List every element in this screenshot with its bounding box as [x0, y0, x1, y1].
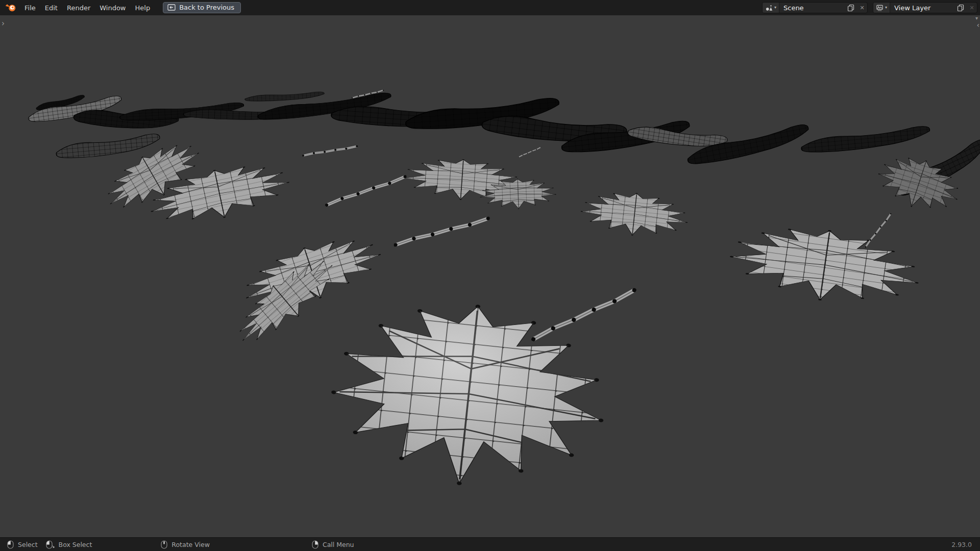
blender-logo-svg — [5, 3, 16, 12]
blender-version: 2.93.0 — [951, 541, 980, 548]
duplicate-icon — [847, 4, 854, 11]
mouse-left-button-icon — [7, 540, 14, 549]
menu-render[interactable]: Render — [62, 2, 95, 14]
menu-window[interactable]: Window — [95, 2, 130, 14]
hint-select: Select — [7, 540, 38, 549]
hint-rotate-view: Rotate View — [161, 540, 210, 549]
view-layer-selector: ▾ View Layer ✕ — [873, 2, 977, 13]
foreground-leaf[interactable] — [316, 287, 641, 509]
hint-label: Rotate View — [172, 541, 210, 548]
mouse-middle-button-icon — [161, 540, 167, 549]
leaf-object[interactable] — [576, 187, 693, 243]
hint-label: Call Menu — [323, 541, 354, 548]
viewport-sidebar-toggle-icon[interactable]: › — [2, 20, 5, 28]
hint-label: Select — [18, 541, 38, 548]
leaf-object[interactable] — [721, 216, 928, 317]
view-layer-icon — [876, 4, 884, 12]
menu-help[interactable]: Help — [131, 2, 155, 14]
scene-selector: ▾ Scene ✕ — [762, 2, 868, 13]
menu-edit[interactable]: Edit — [40, 2, 62, 14]
back-arrow-icon — [167, 4, 176, 11]
viewport-3d[interactable]: › ▾ ‹ — [0, 15, 980, 537]
leaf-shading — [316, 291, 620, 509]
leaf-stem-object[interactable] — [391, 216, 492, 247]
chevron-down-icon: ▾ — [885, 6, 887, 10]
scene-icon — [765, 4, 773, 12]
hint-label: Box Select — [59, 541, 92, 548]
scene-browse-button[interactable]: ▾ — [763, 3, 779, 13]
leaf-object[interactable] — [243, 91, 327, 103]
leaf-stem-object[interactable] — [517, 146, 542, 158]
leaf-object[interactable] — [798, 124, 935, 157]
scene-unlink-button[interactable]: ✕ — [857, 3, 867, 13]
menu-file[interactable]: File — [20, 2, 40, 14]
topbar: File Edit Render Window Help Back to Pre… — [0, 0, 980, 15]
view-layer-name-field[interactable]: View Layer — [890, 3, 954, 13]
back-to-previous-label: Back to Previous — [179, 4, 234, 11]
viewport-canvas[interactable] — [0, 15, 980, 537]
leaf-stem-object[interactable] — [527, 287, 641, 342]
hint-call-menu: Call Menu — [312, 540, 354, 549]
blender-window: File Edit Render Window Help Back to Pre… — [0, 0, 980, 551]
leaf-stem-object[interactable] — [323, 175, 409, 207]
duplicate-icon — [957, 4, 964, 11]
view-layer-browse-button[interactable]: ▾ — [873, 3, 890, 13]
leaf-stem-object[interactable] — [302, 145, 358, 157]
view-layer-remove-button[interactable]: ✕ — [967, 3, 977, 13]
viewport-npanel-toggle-icon[interactable]: ‹ — [976, 21, 979, 29]
mouse-right-button-icon — [312, 540, 318, 549]
leaf-stem-object[interactable] — [862, 213, 895, 248]
scene-name-field[interactable]: Scene — [779, 3, 845, 13]
scene-new-button[interactable] — [845, 3, 857, 13]
topbar-id-widgets: ▾ Scene ✕ — [762, 2, 980, 13]
view-layer-new-button[interactable] — [954, 3, 967, 13]
back-to-previous-button[interactable]: Back to Previous — [163, 2, 241, 13]
mouse-left-drag-icon — [46, 540, 55, 549]
blender-logo-icon[interactable] — [0, 3, 20, 12]
close-icon: ✕ — [969, 5, 974, 11]
chevron-down-icon: ▾ — [774, 6, 776, 10]
close-icon: ✕ — [860, 5, 864, 11]
statusbar: Select Box Select Rotate View — [0, 537, 980, 551]
hint-box-select: Box Select — [46, 540, 92, 549]
viewport-header-collapse-icon[interactable]: ▾ — [975, 16, 978, 21]
